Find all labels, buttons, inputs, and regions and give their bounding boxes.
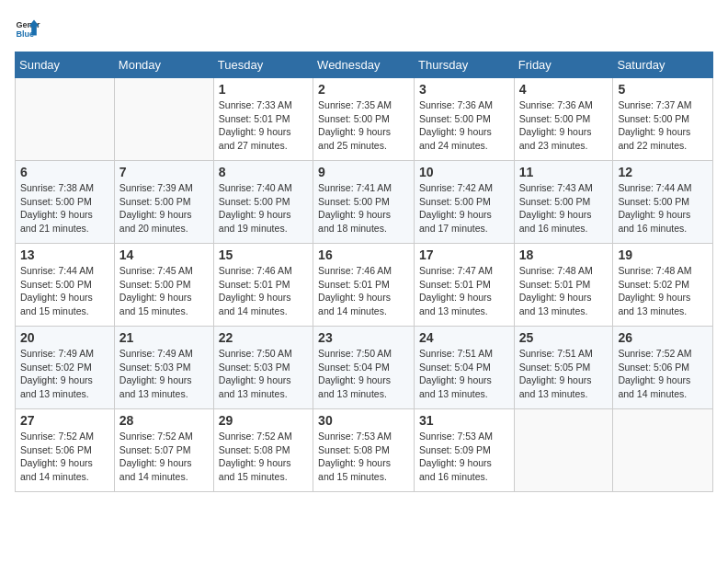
- calendar-cell: 28Sunrise: 7:52 AMSunset: 5:07 PMDayligh…: [114, 409, 213, 492]
- day-detail: Sunrise: 7:53 AMSunset: 5:08 PMDaylight:…: [318, 431, 392, 482]
- calendar-cell: 31Sunrise: 7:53 AMSunset: 5:09 PMDayligh…: [415, 409, 515, 492]
- day-number: 16: [318, 247, 409, 262]
- day-detail: Sunrise: 7:50 AMSunset: 5:04 PMDaylight:…: [318, 348, 392, 399]
- header-row: SundayMondayTuesdayWednesdayThursdayFrid…: [16, 52, 713, 78]
- calendar-cell: [514, 409, 613, 492]
- calendar-cell: 20Sunrise: 7:49 AMSunset: 5:02 PMDayligh…: [16, 327, 115, 409]
- day-detail: Sunrise: 7:52 AMSunset: 5:06 PMDaylight:…: [618, 348, 691, 399]
- day-number: 4: [519, 82, 609, 97]
- day-number: 13: [20, 247, 109, 262]
- day-number: 9: [318, 165, 409, 179]
- day-number: 21: [119, 330, 209, 345]
- day-number: 20: [20, 330, 109, 345]
- calendar-cell: 1Sunrise: 7:33 AMSunset: 5:01 PMDaylight…: [213, 78, 313, 161]
- header-cell-tuesday: Tuesday: [213, 52, 313, 78]
- calendar-cell: 11Sunrise: 7:43 AMSunset: 5:00 PMDayligh…: [514, 161, 613, 244]
- calendar-cell: 27Sunrise: 7:52 AMSunset: 5:06 PMDayligh…: [16, 409, 115, 492]
- calendar-cell: 23Sunrise: 7:50 AMSunset: 5:04 PMDayligh…: [313, 327, 415, 409]
- logo-icon: General Blue: [15, 15, 40, 40]
- calendar-cell: 4Sunrise: 7:36 AMSunset: 5:00 PMDaylight…: [514, 78, 613, 161]
- day-detail: Sunrise: 7:39 AMSunset: 5:00 PMDaylight:…: [119, 182, 193, 234]
- day-number: 15: [219, 247, 308, 262]
- calendar-cell: 30Sunrise: 7:53 AMSunset: 5:08 PMDayligh…: [313, 409, 415, 492]
- day-detail: Sunrise: 7:41 AMSunset: 5:00 PMDaylight:…: [318, 182, 392, 234]
- calendar-cell: 29Sunrise: 7:52 AMSunset: 5:08 PMDayligh…: [213, 409, 313, 492]
- day-detail: Sunrise: 7:51 AMSunset: 5:05 PMDaylight:…: [519, 348, 593, 399]
- header: General Blue: [15, 15, 713, 40]
- day-detail: Sunrise: 7:53 AMSunset: 5:09 PMDaylight:…: [419, 431, 493, 482]
- day-number: 14: [119, 247, 209, 262]
- calendar-cell: 21Sunrise: 7:49 AMSunset: 5:03 PMDayligh…: [114, 327, 213, 409]
- day-detail: Sunrise: 7:36 AMSunset: 5:00 PMDaylight:…: [519, 99, 593, 151]
- day-number: 10: [419, 165, 509, 179]
- calendar-table: SundayMondayTuesdayWednesdayThursdayFrid…: [15, 52, 713, 492]
- day-detail: Sunrise: 7:33 AMSunset: 5:01 PMDaylight:…: [219, 99, 292, 151]
- day-number: 28: [119, 413, 209, 428]
- day-detail: Sunrise: 7:49 AMSunset: 5:02 PMDaylight:…: [20, 348, 94, 399]
- header-cell-thursday: Thursday: [415, 52, 515, 78]
- calendar-cell: 10Sunrise: 7:42 AMSunset: 5:00 PMDayligh…: [415, 161, 515, 244]
- calendar-cell: 26Sunrise: 7:52 AMSunset: 5:06 PMDayligh…: [613, 327, 713, 409]
- calendar-cell: 18Sunrise: 7:48 AMSunset: 5:01 PMDayligh…: [514, 244, 613, 327]
- day-detail: Sunrise: 7:50 AMSunset: 5:03 PMDaylight:…: [219, 348, 292, 399]
- calendar-cell: 15Sunrise: 7:46 AMSunset: 5:01 PMDayligh…: [213, 244, 313, 327]
- calendar-cell: 3Sunrise: 7:36 AMSunset: 5:00 PMDaylight…: [415, 78, 515, 161]
- day-number: 22: [219, 330, 308, 345]
- calendar-cell: [613, 409, 713, 492]
- header-cell-sunday: Sunday: [16, 52, 115, 78]
- day-number: 7: [119, 165, 209, 179]
- day-detail: Sunrise: 7:37 AMSunset: 5:00 PMDaylight:…: [618, 99, 691, 151]
- calendar-body: 1Sunrise: 7:33 AMSunset: 5:01 PMDaylight…: [16, 78, 713, 492]
- week-row-4: 20Sunrise: 7:49 AMSunset: 5:02 PMDayligh…: [16, 327, 713, 409]
- day-number: 27: [20, 413, 109, 428]
- day-detail: Sunrise: 7:40 AMSunset: 5:00 PMDaylight:…: [219, 182, 292, 234]
- day-number: 6: [20, 165, 109, 179]
- calendar-cell: 2Sunrise: 7:35 AMSunset: 5:00 PMDaylight…: [313, 78, 415, 161]
- week-row-2: 6Sunrise: 7:38 AMSunset: 5:00 PMDaylight…: [16, 161, 713, 244]
- calendar-cell: 5Sunrise: 7:37 AMSunset: 5:00 PMDaylight…: [613, 78, 713, 161]
- day-detail: Sunrise: 7:48 AMSunset: 5:02 PMDaylight:…: [618, 265, 691, 316]
- week-row-3: 13Sunrise: 7:44 AMSunset: 5:00 PMDayligh…: [16, 244, 713, 327]
- calendar-cell: 12Sunrise: 7:44 AMSunset: 5:00 PMDayligh…: [613, 161, 713, 244]
- day-detail: Sunrise: 7:46 AMSunset: 5:01 PMDaylight:…: [219, 265, 292, 316]
- calendar-cell: [114, 78, 213, 161]
- day-number: 2: [318, 82, 409, 97]
- day-detail: Sunrise: 7:44 AMSunset: 5:00 PMDaylight:…: [618, 182, 691, 234]
- calendar-cell: 17Sunrise: 7:47 AMSunset: 5:01 PMDayligh…: [415, 244, 515, 327]
- header-cell-friday: Friday: [514, 52, 613, 78]
- day-number: 19: [618, 247, 708, 262]
- day-number: 23: [318, 330, 409, 345]
- calendar-cell: 8Sunrise: 7:40 AMSunset: 5:00 PMDaylight…: [213, 161, 313, 244]
- day-detail: Sunrise: 7:44 AMSunset: 5:00 PMDaylight:…: [20, 265, 94, 316]
- day-detail: Sunrise: 7:51 AMSunset: 5:04 PMDaylight:…: [419, 348, 493, 399]
- day-number: 31: [419, 413, 509, 428]
- calendar-cell: 16Sunrise: 7:46 AMSunset: 5:01 PMDayligh…: [313, 244, 415, 327]
- day-detail: Sunrise: 7:49 AMSunset: 5:03 PMDaylight:…: [119, 348, 193, 399]
- day-detail: Sunrise: 7:38 AMSunset: 5:00 PMDaylight:…: [20, 182, 94, 234]
- week-row-5: 27Sunrise: 7:52 AMSunset: 5:06 PMDayligh…: [16, 409, 713, 492]
- day-number: 11: [519, 165, 609, 179]
- day-detail: Sunrise: 7:52 AMSunset: 5:06 PMDaylight:…: [20, 431, 94, 482]
- day-detail: Sunrise: 7:48 AMSunset: 5:01 PMDaylight:…: [519, 265, 593, 316]
- day-detail: Sunrise: 7:36 AMSunset: 5:00 PMDaylight:…: [419, 99, 493, 151]
- day-detail: Sunrise: 7:42 AMSunset: 5:00 PMDaylight:…: [419, 182, 493, 234]
- day-detail: Sunrise: 7:45 AMSunset: 5:00 PMDaylight:…: [119, 265, 193, 316]
- calendar-cell: 19Sunrise: 7:48 AMSunset: 5:02 PMDayligh…: [613, 244, 713, 327]
- calendar-cell: 7Sunrise: 7:39 AMSunset: 5:00 PMDaylight…: [114, 161, 213, 244]
- calendar-cell: [16, 78, 115, 161]
- header-cell-saturday: Saturday: [613, 52, 713, 78]
- day-number: 8: [219, 165, 308, 179]
- day-number: 1: [219, 82, 308, 97]
- day-detail: Sunrise: 7:52 AMSunset: 5:07 PMDaylight:…: [119, 431, 193, 482]
- week-row-1: 1Sunrise: 7:33 AMSunset: 5:01 PMDaylight…: [16, 78, 713, 161]
- calendar-header: SundayMondayTuesdayWednesdayThursdayFrid…: [16, 52, 713, 78]
- day-number: 5: [618, 82, 708, 97]
- calendar-cell: 25Sunrise: 7:51 AMSunset: 5:05 PMDayligh…: [514, 327, 613, 409]
- day-number: 24: [419, 330, 509, 345]
- header-cell-monday: Monday: [114, 52, 213, 78]
- day-number: 18: [519, 247, 609, 262]
- calendar-cell: 9Sunrise: 7:41 AMSunset: 5:00 PMDaylight…: [313, 161, 415, 244]
- calendar-cell: 24Sunrise: 7:51 AMSunset: 5:04 PMDayligh…: [415, 327, 515, 409]
- day-detail: Sunrise: 7:35 AMSunset: 5:00 PMDaylight:…: [318, 99, 392, 151]
- day-detail: Sunrise: 7:43 AMSunset: 5:00 PMDaylight:…: [519, 182, 593, 234]
